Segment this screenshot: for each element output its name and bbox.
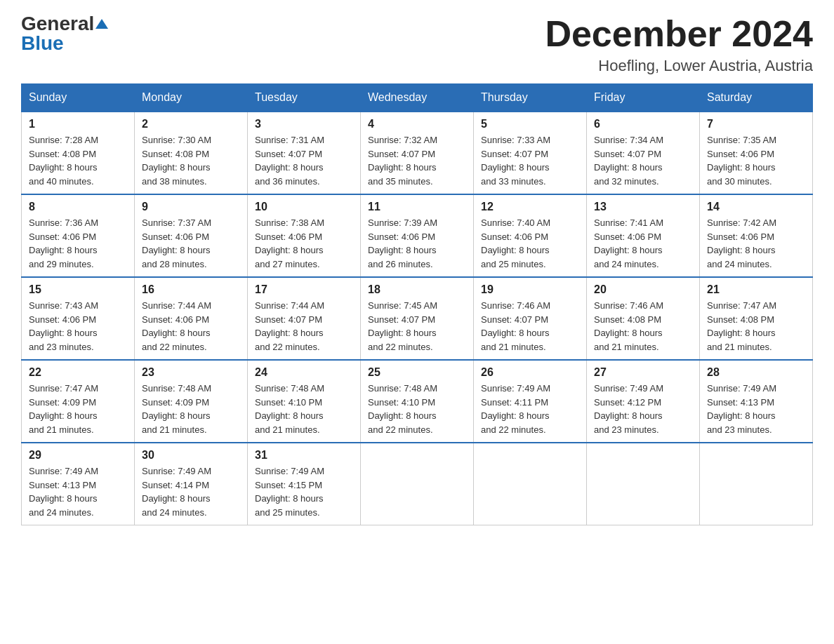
day-info: Sunrise: 7:30 AM Sunset: 4:08 PM Dayligh… xyxy=(142,133,240,188)
calendar-cell: 22 Sunrise: 7:47 AM Sunset: 4:09 PM Dayl… xyxy=(22,360,135,443)
day-number: 18 xyxy=(368,283,466,296)
calendar-cell xyxy=(361,443,474,525)
day-number: 10 xyxy=(255,201,353,213)
day-info: Sunrise: 7:49 AM Sunset: 4:12 PM Dayligh… xyxy=(594,382,692,436)
logo-general: General xyxy=(21,14,94,34)
calendar-cell: 14 Sunrise: 7:42 AM Sunset: 4:06 PM Dayl… xyxy=(700,194,813,277)
day-number: 30 xyxy=(142,449,240,462)
day-number: 23 xyxy=(142,366,240,379)
calendar-cell: 28 Sunrise: 7:49 AM Sunset: 4:13 PM Dayl… xyxy=(700,360,813,443)
calendar-cell: 3 Sunrise: 7:31 AM Sunset: 4:07 PM Dayli… xyxy=(248,112,361,194)
day-info: Sunrise: 7:42 AM Sunset: 4:06 PM Dayligh… xyxy=(707,216,805,271)
day-number: 25 xyxy=(368,366,466,379)
calendar-cell: 26 Sunrise: 7:49 AM Sunset: 4:11 PM Dayl… xyxy=(474,360,587,443)
calendar-week-row: 29 Sunrise: 7:49 AM Sunset: 4:13 PM Dayl… xyxy=(22,443,813,525)
calendar-cell: 21 Sunrise: 7:47 AM Sunset: 4:08 PM Dayl… xyxy=(700,277,813,360)
calendar-cell: 8 Sunrise: 7:36 AM Sunset: 4:06 PM Dayli… xyxy=(22,194,135,277)
calendar-cell: 17 Sunrise: 7:44 AM Sunset: 4:07 PM Dayl… xyxy=(248,277,361,360)
day-info: Sunrise: 7:32 AM Sunset: 4:07 PM Dayligh… xyxy=(368,133,466,188)
day-number: 12 xyxy=(481,201,579,213)
day-number: 5 xyxy=(481,118,579,130)
day-info: Sunrise: 7:46 AM Sunset: 4:08 PM Dayligh… xyxy=(594,299,692,354)
day-number: 24 xyxy=(255,366,353,379)
day-info: Sunrise: 7:39 AM Sunset: 4:06 PM Dayligh… xyxy=(368,216,466,271)
day-number: 15 xyxy=(29,283,127,296)
day-info: Sunrise: 7:47 AM Sunset: 4:08 PM Dayligh… xyxy=(707,299,805,354)
day-info: Sunrise: 7:48 AM Sunset: 4:09 PM Dayligh… xyxy=(142,382,240,436)
calendar-cell: 31 Sunrise: 7:49 AM Sunset: 4:15 PM Dayl… xyxy=(248,443,361,525)
calendar-cell: 19 Sunrise: 7:46 AM Sunset: 4:07 PM Dayl… xyxy=(474,277,587,360)
calendar-cell: 20 Sunrise: 7:46 AM Sunset: 4:08 PM Dayl… xyxy=(587,277,700,360)
day-info: Sunrise: 7:48 AM Sunset: 4:10 PM Dayligh… xyxy=(255,382,353,436)
day-info: Sunrise: 7:31 AM Sunset: 4:07 PM Dayligh… xyxy=(255,133,353,188)
day-number: 11 xyxy=(368,201,466,213)
calendar-cell: 15 Sunrise: 7:43 AM Sunset: 4:06 PM Dayl… xyxy=(22,277,135,360)
day-number: 17 xyxy=(255,283,353,296)
day-info: Sunrise: 7:41 AM Sunset: 4:06 PM Dayligh… xyxy=(594,216,692,271)
day-info: Sunrise: 7:49 AM Sunset: 4:13 PM Dayligh… xyxy=(707,382,805,436)
title-block: December 2024 Hoefling, Lower Austria, A… xyxy=(545,14,813,75)
day-number: 8 xyxy=(29,201,127,213)
calendar-cell: 24 Sunrise: 7:48 AM Sunset: 4:10 PM Dayl… xyxy=(248,360,361,443)
day-info: Sunrise: 7:49 AM Sunset: 4:14 PM Dayligh… xyxy=(142,464,240,519)
day-info: Sunrise: 7:34 AM Sunset: 4:07 PM Dayligh… xyxy=(594,133,692,188)
day-info: Sunrise: 7:45 AM Sunset: 4:07 PM Dayligh… xyxy=(368,299,466,354)
calendar-cell: 5 Sunrise: 7:33 AM Sunset: 4:07 PM Dayli… xyxy=(474,112,587,194)
calendar-cell: 27 Sunrise: 7:49 AM Sunset: 4:12 PM Dayl… xyxy=(587,360,700,443)
calendar-week-row: 15 Sunrise: 7:43 AM Sunset: 4:06 PM Dayl… xyxy=(22,277,813,360)
day-number: 31 xyxy=(255,449,353,462)
day-number: 4 xyxy=(368,118,466,130)
day-number: 16 xyxy=(142,283,240,296)
svg-marker-0 xyxy=(95,19,108,29)
day-info: Sunrise: 7:46 AM Sunset: 4:07 PM Dayligh… xyxy=(481,299,579,354)
day-info: Sunrise: 7:44 AM Sunset: 4:06 PM Dayligh… xyxy=(142,299,240,354)
calendar-table: SundayMondayTuesdayWednesdayThursdayFrid… xyxy=(21,83,813,525)
day-number: 6 xyxy=(594,118,692,130)
calendar-cell: 11 Sunrise: 7:39 AM Sunset: 4:06 PM Dayl… xyxy=(361,194,474,277)
month-title: December 2024 xyxy=(545,14,813,54)
calendar-cell: 16 Sunrise: 7:44 AM Sunset: 4:06 PM Dayl… xyxy=(135,277,248,360)
day-info: Sunrise: 7:49 AM Sunset: 4:13 PM Dayligh… xyxy=(29,464,127,519)
calendar-cell: 29 Sunrise: 7:49 AM Sunset: 4:13 PM Dayl… xyxy=(22,443,135,525)
weekday-header-thursday: Thursday xyxy=(474,84,587,112)
calendar-header-row: SundayMondayTuesdayWednesdayThursdayFrid… xyxy=(22,84,813,112)
location-title: Hoefling, Lower Austria, Austria xyxy=(545,57,813,75)
day-info: Sunrise: 7:36 AM Sunset: 4:06 PM Dayligh… xyxy=(29,216,127,271)
calendar-cell: 30 Sunrise: 7:49 AM Sunset: 4:14 PM Dayl… xyxy=(135,443,248,525)
day-info: Sunrise: 7:28 AM Sunset: 4:08 PM Dayligh… xyxy=(29,133,127,188)
day-number: 13 xyxy=(594,201,692,213)
day-info: Sunrise: 7:43 AM Sunset: 4:06 PM Dayligh… xyxy=(29,299,127,354)
calendar-cell: 7 Sunrise: 7:35 AM Sunset: 4:06 PM Dayli… xyxy=(700,112,813,194)
calendar-cell: 12 Sunrise: 7:40 AM Sunset: 4:06 PM Dayl… xyxy=(474,194,587,277)
calendar-cell: 10 Sunrise: 7:38 AM Sunset: 4:06 PM Dayl… xyxy=(248,194,361,277)
day-number: 27 xyxy=(594,366,692,379)
day-info: Sunrise: 7:35 AM Sunset: 4:06 PM Dayligh… xyxy=(707,133,805,188)
calendar-cell: 1 Sunrise: 7:28 AM Sunset: 4:08 PM Dayli… xyxy=(22,112,135,194)
day-number: 29 xyxy=(29,449,127,462)
day-number: 1 xyxy=(29,118,127,130)
calendar-cell: 13 Sunrise: 7:41 AM Sunset: 4:06 PM Dayl… xyxy=(587,194,700,277)
weekday-header-friday: Friday xyxy=(587,84,700,112)
day-info: Sunrise: 7:40 AM Sunset: 4:06 PM Dayligh… xyxy=(481,216,579,271)
calendar-cell: 18 Sunrise: 7:45 AM Sunset: 4:07 PM Dayl… xyxy=(361,277,474,360)
calendar-cell: 4 Sunrise: 7:32 AM Sunset: 4:07 PM Dayli… xyxy=(361,112,474,194)
calendar-cell: 9 Sunrise: 7:37 AM Sunset: 4:06 PM Dayli… xyxy=(135,194,248,277)
day-number: 2 xyxy=(142,118,240,130)
logo-triangle-icon xyxy=(95,18,108,31)
calendar-week-row: 22 Sunrise: 7:47 AM Sunset: 4:09 PM Dayl… xyxy=(22,360,813,443)
day-number: 20 xyxy=(594,283,692,296)
day-info: Sunrise: 7:37 AM Sunset: 4:06 PM Dayligh… xyxy=(142,216,240,271)
day-info: Sunrise: 7:49 AM Sunset: 4:11 PM Dayligh… xyxy=(481,382,579,436)
calendar-week-row: 1 Sunrise: 7:28 AM Sunset: 4:08 PM Dayli… xyxy=(22,112,813,194)
day-info: Sunrise: 7:44 AM Sunset: 4:07 PM Dayligh… xyxy=(255,299,353,354)
day-info: Sunrise: 7:38 AM Sunset: 4:06 PM Dayligh… xyxy=(255,216,353,271)
day-info: Sunrise: 7:33 AM Sunset: 4:07 PM Dayligh… xyxy=(481,133,579,188)
weekday-header-monday: Monday xyxy=(135,84,248,112)
weekday-header-tuesday: Tuesday xyxy=(248,84,361,112)
calendar-cell xyxy=(474,443,587,525)
day-info: Sunrise: 7:48 AM Sunset: 4:10 PM Dayligh… xyxy=(368,382,466,436)
day-number: 22 xyxy=(29,366,127,379)
weekday-header-saturday: Saturday xyxy=(700,84,813,112)
day-info: Sunrise: 7:49 AM Sunset: 4:15 PM Dayligh… xyxy=(255,464,353,519)
calendar-cell xyxy=(587,443,700,525)
